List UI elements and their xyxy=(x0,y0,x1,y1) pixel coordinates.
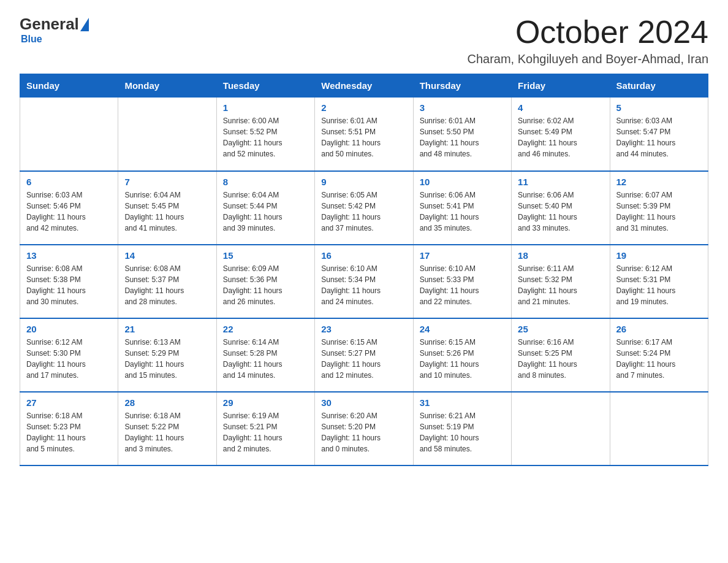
week-row-5: 27Sunrise: 6:18 AM Sunset: 5:23 PM Dayli… xyxy=(20,392,708,465)
calendar-cell: 15Sunrise: 6:09 AM Sunset: 5:36 PM Dayli… xyxy=(216,245,314,318)
day-info: Sunrise: 6:18 AM Sunset: 5:22 PM Dayligh… xyxy=(124,410,210,454)
calendar-cell: 23Sunrise: 6:15 AM Sunset: 5:27 PM Dayli… xyxy=(315,318,413,392)
day-info: Sunrise: 6:12 AM Sunset: 5:30 PM Dayligh… xyxy=(26,337,112,381)
day-number: 16 xyxy=(321,250,406,261)
day-info: Sunrise: 6:01 AM Sunset: 5:51 PM Dayligh… xyxy=(321,115,406,159)
calendar-cell: 17Sunrise: 6:10 AM Sunset: 5:33 PM Dayli… xyxy=(413,245,511,318)
day-number: 13 xyxy=(26,250,112,261)
day-number: 12 xyxy=(616,177,702,187)
day-number: 3 xyxy=(420,102,505,113)
day-number: 15 xyxy=(223,250,308,261)
day-number: 17 xyxy=(420,250,505,261)
day-number: 31 xyxy=(420,397,505,408)
calendar-cell: 27Sunrise: 6:18 AM Sunset: 5:23 PM Dayli… xyxy=(20,392,118,465)
day-number: 5 xyxy=(616,102,702,113)
day-number: 8 xyxy=(223,177,308,187)
day-info: Sunrise: 6:21 AM Sunset: 5:19 PM Dayligh… xyxy=(420,410,505,454)
calendar-cell: 24Sunrise: 6:15 AM Sunset: 5:26 PM Dayli… xyxy=(413,318,511,392)
day-info: Sunrise: 6:06 AM Sunset: 5:41 PM Dayligh… xyxy=(420,190,505,234)
day-info: Sunrise: 6:00 AM Sunset: 5:52 PM Dayligh… xyxy=(223,115,308,159)
calendar-cell: 10Sunrise: 6:06 AM Sunset: 5:41 PM Dayli… xyxy=(413,171,511,245)
day-number: 26 xyxy=(616,324,702,334)
weekday-header-row: SundayMondayTuesdayWednesdayThursdayFrid… xyxy=(20,74,708,98)
calendar-cell: 9Sunrise: 6:05 AM Sunset: 5:42 PM Daylig… xyxy=(315,171,413,245)
title-area: October 2024 Charam, Kohgiluyeh and Boye… xyxy=(467,15,708,66)
calendar-cell xyxy=(512,392,610,465)
calendar-cell: 11Sunrise: 6:06 AM Sunset: 5:40 PM Dayli… xyxy=(512,171,610,245)
calendar-cell: 19Sunrise: 6:12 AM Sunset: 5:31 PM Dayli… xyxy=(610,245,708,318)
day-info: Sunrise: 6:07 AM Sunset: 5:39 PM Dayligh… xyxy=(616,190,702,234)
week-row-3: 13Sunrise: 6:08 AM Sunset: 5:38 PM Dayli… xyxy=(20,245,708,318)
day-info: Sunrise: 6:06 AM Sunset: 5:40 PM Dayligh… xyxy=(518,190,603,234)
location-title: Charam, Kohgiluyeh and Boyer-Ahmad, Iran xyxy=(467,52,708,66)
day-info: Sunrise: 6:11 AM Sunset: 5:32 PM Dayligh… xyxy=(518,263,603,307)
calendar-cell: 5Sunrise: 6:03 AM Sunset: 5:47 PM Daylig… xyxy=(610,98,708,171)
day-info: Sunrise: 6:10 AM Sunset: 5:33 PM Dayligh… xyxy=(420,263,505,307)
calendar-cell: 2Sunrise: 6:01 AM Sunset: 5:51 PM Daylig… xyxy=(315,98,413,171)
week-row-2: 6Sunrise: 6:03 AM Sunset: 5:46 PM Daylig… xyxy=(20,171,708,245)
day-number: 14 xyxy=(124,250,210,261)
day-number: 4 xyxy=(518,102,603,113)
calendar-cell: 3Sunrise: 6:01 AM Sunset: 5:50 PM Daylig… xyxy=(413,98,511,171)
calendar-cell: 18Sunrise: 6:11 AM Sunset: 5:32 PM Dayli… xyxy=(512,245,610,318)
calendar-cell: 7Sunrise: 6:04 AM Sunset: 5:45 PM Daylig… xyxy=(118,171,216,245)
day-info: Sunrise: 6:14 AM Sunset: 5:28 PM Dayligh… xyxy=(223,337,308,381)
month-title: October 2024 xyxy=(467,15,708,50)
logo-triangle-icon xyxy=(80,18,89,31)
calendar-cell: 6Sunrise: 6:03 AM Sunset: 5:46 PM Daylig… xyxy=(20,171,118,245)
calendar-cell xyxy=(118,98,216,171)
calendar-cell: 25Sunrise: 6:16 AM Sunset: 5:25 PM Dayli… xyxy=(512,318,610,392)
day-number: 30 xyxy=(321,397,406,408)
header: General Blue October 2024 Charam, Kohgil… xyxy=(20,15,708,66)
weekday-header-thursday: Thursday xyxy=(413,74,511,98)
day-info: Sunrise: 6:16 AM Sunset: 5:25 PM Dayligh… xyxy=(518,337,603,381)
calendar-cell: 14Sunrise: 6:08 AM Sunset: 5:37 PM Dayli… xyxy=(118,245,216,318)
week-row-4: 20Sunrise: 6:12 AM Sunset: 5:30 PM Dayli… xyxy=(20,318,708,392)
calendar-cell: 22Sunrise: 6:14 AM Sunset: 5:28 PM Dayli… xyxy=(216,318,314,392)
day-info: Sunrise: 6:01 AM Sunset: 5:50 PM Dayligh… xyxy=(420,115,505,159)
calendar-cell xyxy=(20,98,118,171)
day-info: Sunrise: 6:04 AM Sunset: 5:45 PM Dayligh… xyxy=(124,190,210,234)
day-number: 23 xyxy=(321,324,406,334)
day-info: Sunrise: 6:13 AM Sunset: 5:29 PM Dayligh… xyxy=(124,337,210,381)
calendar-cell: 31Sunrise: 6:21 AM Sunset: 5:19 PM Dayli… xyxy=(413,392,511,465)
weekday-header-tuesday: Tuesday xyxy=(216,74,314,98)
day-number: 7 xyxy=(124,177,210,187)
calendar-table: SundayMondayTuesdayWednesdayThursdayFrid… xyxy=(20,74,708,466)
day-info: Sunrise: 6:17 AM Sunset: 5:24 PM Dayligh… xyxy=(616,337,702,381)
day-info: Sunrise: 6:19 AM Sunset: 5:21 PM Dayligh… xyxy=(223,410,308,454)
calendar-cell: 29Sunrise: 6:19 AM Sunset: 5:21 PM Dayli… xyxy=(216,392,314,465)
day-info: Sunrise: 6:05 AM Sunset: 5:42 PM Dayligh… xyxy=(321,190,406,234)
day-info: Sunrise: 6:15 AM Sunset: 5:26 PM Dayligh… xyxy=(420,337,505,381)
day-number: 11 xyxy=(518,177,603,187)
day-number: 24 xyxy=(420,324,505,334)
week-row-1: 1Sunrise: 6:00 AM Sunset: 5:52 PM Daylig… xyxy=(20,98,708,171)
weekday-header-monday: Monday xyxy=(118,74,216,98)
calendar-cell: 21Sunrise: 6:13 AM Sunset: 5:29 PM Dayli… xyxy=(118,318,216,392)
day-number: 10 xyxy=(420,177,505,187)
calendar-cell: 26Sunrise: 6:17 AM Sunset: 5:24 PM Dayli… xyxy=(610,318,708,392)
logo: General Blue xyxy=(20,15,90,45)
day-info: Sunrise: 6:02 AM Sunset: 5:49 PM Dayligh… xyxy=(518,115,603,159)
day-number: 19 xyxy=(616,250,702,261)
calendar-cell: 8Sunrise: 6:04 AM Sunset: 5:44 PM Daylig… xyxy=(216,171,314,245)
calendar-cell xyxy=(610,392,708,465)
day-info: Sunrise: 6:10 AM Sunset: 5:34 PM Dayligh… xyxy=(321,263,406,307)
day-number: 18 xyxy=(518,250,603,261)
day-number: 1 xyxy=(223,102,308,113)
calendar-cell: 1Sunrise: 6:00 AM Sunset: 5:52 PM Daylig… xyxy=(216,98,314,171)
day-info: Sunrise: 6:08 AM Sunset: 5:37 PM Dayligh… xyxy=(124,263,210,307)
day-info: Sunrise: 6:03 AM Sunset: 5:47 PM Dayligh… xyxy=(616,115,702,159)
day-number: 2 xyxy=(321,102,406,113)
calendar-cell: 13Sunrise: 6:08 AM Sunset: 5:38 PM Dayli… xyxy=(20,245,118,318)
day-number: 20 xyxy=(26,324,112,334)
logo-general-text: General xyxy=(20,15,79,34)
day-info: Sunrise: 6:09 AM Sunset: 5:36 PM Dayligh… xyxy=(223,263,308,307)
day-number: 28 xyxy=(124,397,210,408)
weekday-header-sunday: Sunday xyxy=(20,74,118,98)
logo-blue-text: Blue xyxy=(21,34,42,44)
calendar-cell: 16Sunrise: 6:10 AM Sunset: 5:34 PM Dayli… xyxy=(315,245,413,318)
calendar-cell: 28Sunrise: 6:18 AM Sunset: 5:22 PM Dayli… xyxy=(118,392,216,465)
day-number: 27 xyxy=(26,397,112,408)
day-number: 29 xyxy=(223,397,308,408)
